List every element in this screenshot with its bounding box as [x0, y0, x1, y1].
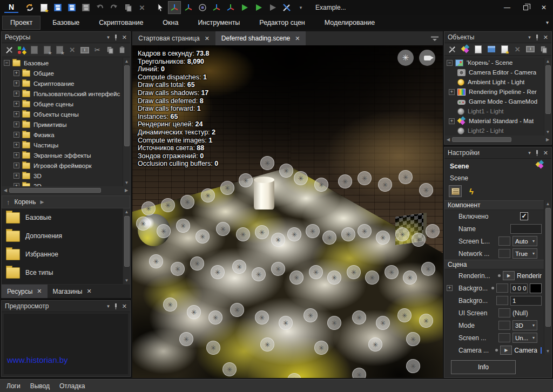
settings-vscrollbar[interactable]: ▲ ▼ — [544, 200, 551, 355]
expand-icon[interactable]: + — [14, 152, 19, 158]
resources-tree-vscrollbar[interactable]: ▲ ▼ — [123, 58, 130, 186]
scroll-up-icon[interactable]: ▲ — [544, 58, 551, 65]
tree-row[interactable]: +Пользовательский интерфейс — [2, 89, 123, 99]
light-gizmo-icon[interactable]: ✳ — [289, 271, 304, 285]
collapse-icon[interactable]: − — [447, 60, 453, 66]
light-gizmo-icon[interactable]: ✳ — [419, 314, 433, 328]
events-mode-button[interactable]: ϟ — [465, 185, 478, 197]
scroll-right-icon[interactable]: ▶ — [123, 188, 130, 193]
expand-icon[interactable]: + — [14, 70, 19, 76]
tree-row[interactable]: +Rendering Pipeline - Rer — [444, 87, 544, 97]
light-gizmo-icon[interactable]: ✳ — [406, 359, 420, 373]
expand-icon[interactable]: + — [14, 80, 19, 86]
objects-panel-header[interactable]: Объекты ▾ ✕ — [444, 32, 551, 43]
light-gizmo-icon[interactable]: ✳ — [365, 271, 379, 285]
pin-icon[interactable] — [535, 35, 539, 40]
menu-item-скриптование[interactable]: Скриптование — [91, 16, 151, 29]
property-options-button[interactable] — [498, 236, 510, 246]
scroll-left-icon[interactable]: ◀ — [444, 137, 452, 142]
light-gizmo-icon[interactable]: ✳ — [141, 201, 156, 215]
light-gizmo-icon[interactable]: ✳ — [136, 217, 150, 231]
light-gizmo-icon[interactable]: ✳ — [161, 198, 175, 212]
close-icon[interactable]: ✕ — [205, 35, 210, 42]
rotate-sphere-tool-button[interactable] — [196, 1, 209, 14]
scroll-down-icon[interactable]: ▼ — [544, 348, 551, 355]
expand-icon[interactable]: + — [14, 142, 19, 148]
scale-tool-button[interactable] — [210, 1, 223, 14]
collapse-icon[interactable]: − — [4, 60, 10, 66]
light-gizmo-icon[interactable]: ✳ — [341, 227, 355, 241]
menu-item-окна[interactable]: Окна — [155, 16, 186, 29]
expand-icon[interactable]: + — [447, 285, 453, 291]
expand-icon[interactable]: + — [14, 111, 19, 117]
toolbar-options-dropdown[interactable]: ▾ — [294, 1, 307, 14]
pin-icon[interactable] — [114, 35, 118, 40]
tree-row[interactable]: Light1 - Light — [444, 106, 544, 116]
tree-row[interactable]: +2D — [2, 181, 123, 186]
scene-viewport[interactable]: ✳✳✳✳✳✳✳✳✳✳✳✳✳✳✳✳✳✳✳✳✳✳✳✳✳✳✳✳✳✳✳✳✳✳✳✳✳✳✳✳… — [132, 45, 443, 378]
property-options-button[interactable] — [498, 308, 510, 317]
expand-icon[interactable]: + — [14, 132, 19, 138]
tools-button[interactable] — [280, 1, 293, 14]
dropdown[interactable]: Auto▾ — [512, 236, 537, 246]
info-button[interactable]: Info — [451, 360, 516, 374]
tree-row[interactable]: Ambient Light - Light — [444, 77, 544, 87]
light-gizmo-icon[interactable]: ✳ — [271, 262, 285, 276]
light-gizmo-icon[interactable]: ✳ — [216, 222, 230, 236]
play-button-2[interactable] — [252, 1, 265, 14]
checkbox[interactable]: ✓ — [520, 212, 528, 220]
tree-row[interactable]: +Физика — [2, 130, 123, 140]
tab-list-menu-icon[interactable] — [431, 36, 439, 41]
cut-icon[interactable]: ✂ — [92, 44, 103, 56]
objects-tree-vscrollbar[interactable]: ▲ ▼ — [544, 58, 551, 136]
property-row[interactable]: UI Screen(Null) — [444, 307, 551, 319]
light-gizmo-icon[interactable]: ✳ — [230, 303, 244, 317]
open-window-icon[interactable] — [485, 43, 497, 55]
statusbar-item-вывод[interactable]: Вывод — [30, 382, 50, 390]
lighting-toggle-button[interactable]: ✳ — [397, 50, 414, 66]
property-options-button[interactable] — [496, 283, 508, 293]
menu-chevron-icon[interactable]: ▾ — [546, 19, 549, 25]
preview-panel-header[interactable]: Предпросмотр ▾ ✕ — [2, 301, 130, 312]
light-gizmo-icon[interactable]: ✳ — [190, 256, 204, 271]
light-gizmo-icon[interactable]: ✳ — [322, 231, 336, 245]
move-tool-button[interactable] — [168, 1, 181, 14]
light-gizmo-icon[interactable]: ✳ — [352, 368, 366, 378]
light-gizmo-icon[interactable]: ✳ — [279, 164, 293, 178]
tab-ресурсы[interactable]: Ресурсы✕ — [2, 285, 48, 298]
color-swatch[interactable] — [530, 283, 542, 293]
property-row[interactable]: Camera ...▶Camera — [444, 344, 551, 355]
white-cylinder[interactable] — [254, 179, 274, 209]
up-arrow-icon[interactable]: ↑ — [6, 198, 10, 206]
expand-icon[interactable]: + — [449, 89, 455, 95]
objects-tree-hscrollbar[interactable]: ◀ ▶ — [444, 136, 551, 144]
play-button-1[interactable] — [238, 1, 251, 14]
dropdown[interactable]: 3D▾ — [512, 320, 537, 330]
dropdown[interactable]: Un...▾ — [512, 333, 537, 343]
light-gizmo-icon[interactable]: ✳ — [306, 224, 320, 238]
save-disabled-button[interactable] — [79, 1, 92, 14]
tree-row[interactable]: Light2 - Light — [444, 126, 544, 136]
light-gizmo-icon[interactable]: ✳ — [378, 178, 392, 192]
tree-row[interactable]: +Общее сцены — [2, 99, 123, 109]
tools-icon[interactable] — [4, 44, 15, 56]
light-gizmo-icon[interactable]: ✳ — [187, 305, 201, 319]
scroll-right-icon[interactable]: ▶ — [544, 137, 551, 142]
light-gizmo-icon[interactable]: ✳ — [255, 310, 269, 325]
light-gizmo-icon[interactable]: ✳ — [327, 316, 341, 330]
scroll-down-icon[interactable]: ▼ — [123, 179, 130, 186]
property-options-button[interactable] — [498, 249, 510, 258]
scroll-up-icon[interactable]: ▲ — [123, 58, 130, 65]
light-gizmo-icon[interactable]: ✳ — [327, 271, 341, 285]
tree-row[interactable]: +Общие — [2, 68, 123, 78]
close-button[interactable]: ✕ — [535, 0, 553, 15]
panel-menu-icon[interactable]: ▾ — [528, 35, 531, 40]
light-gizmo-icon[interactable]: ✳ — [206, 341, 220, 355]
refresh-button[interactable] — [23, 1, 36, 14]
light-gizmo-icon[interactable]: ✳ — [171, 262, 185, 276]
close-icon[interactable]: ✕ — [122, 303, 127, 310]
light-gizmo-icon[interactable]: ✳ — [163, 298, 177, 312]
expand-icon[interactable]: + — [449, 118, 455, 124]
menu-item-редактор-сцен[interactable]: Редактор сцен — [252, 16, 312, 29]
light-gizmo-icon[interactable]: ✳ — [279, 316, 293, 330]
